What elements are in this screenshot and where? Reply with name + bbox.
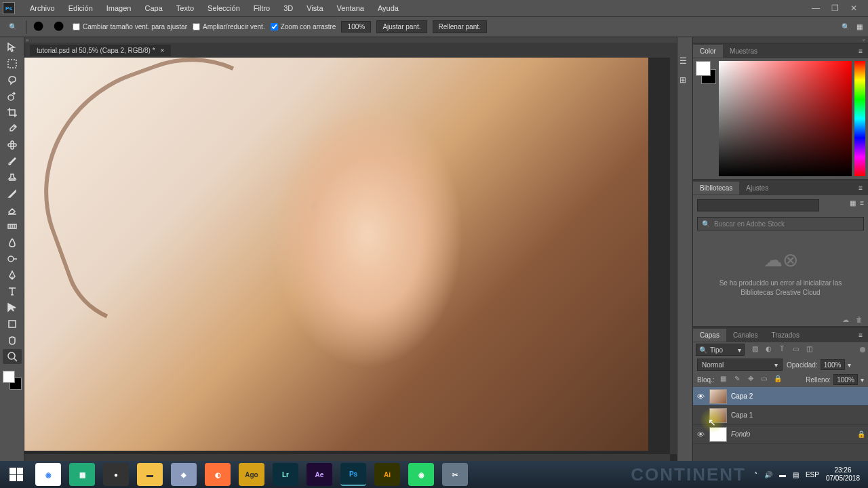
libraries-panel-menu-icon[interactable]: ≡ (853, 184, 868, 192)
filter-type-icon[interactable]: T (777, 345, 787, 354)
hue-slider[interactable] (854, 61, 865, 176)
zoom-in-icon[interactable] (32, 20, 47, 35)
vertical-scrollbar[interactable] (670, 58, 677, 454)
layer-thumbnail[interactable] (709, 389, 727, 404)
horizontal-scrollbar[interactable] (24, 454, 670, 461)
filter-pixel-icon[interactable]: ▧ (750, 345, 760, 354)
menu-3d[interactable]: 3D (277, 4, 300, 12)
network-icon[interactable]: ▬ (779, 471, 786, 479)
eraser-tool[interactable] (3, 203, 22, 218)
color-panel-menu-icon[interactable]: ≡ (853, 47, 868, 55)
taskbar-app-lr[interactable]: Lr (273, 463, 298, 486)
fill-input[interactable]: 100% (833, 374, 858, 385)
color-foreground[interactable] (696, 61, 711, 76)
taskbar-app-ago[interactable]: Ago (239, 463, 264, 486)
menu-image[interactable]: Imagen (100, 4, 138, 12)
taskbar-app-netbeans[interactable]: ◆ (171, 463, 197, 486)
volume-icon[interactable]: 🔊 (764, 471, 772, 479)
lasso-tool[interactable] (3, 73, 22, 87)
quick-select-tool[interactable] (3, 89, 22, 104)
layer-row[interactable]: 👁 Capa 2 (693, 387, 868, 406)
taskbar-app-ps[interactable]: Ps (340, 463, 366, 486)
close-tab-icon[interactable]: × (161, 47, 165, 54)
color-tab[interactable]: Color (693, 45, 723, 58)
library-dropdown[interactable] (697, 199, 819, 211)
history-panel-icon[interactable]: ☰ (679, 56, 690, 67)
layer-thumbnail[interactable] (709, 427, 727, 442)
language-indicator[interactable]: ESP (806, 471, 819, 479)
blend-mode-dropdown[interactable]: Normal▾ (697, 359, 783, 371)
filter-adjust-icon[interactable]: ◐ (764, 345, 773, 354)
opacity-input[interactable]: 100% (821, 359, 845, 370)
eyedropper-tool[interactable] (3, 121, 22, 136)
minimize-button[interactable]: — (811, 3, 821, 13)
path-tool[interactable] (3, 300, 22, 315)
lock-all-icon[interactable]: 🔒 (773, 375, 783, 384)
lock-transparency-icon[interactable]: ▦ (719, 375, 728, 384)
menu-text[interactable]: Texto (170, 4, 201, 12)
action-center-icon[interactable]: ▤ (793, 471, 799, 479)
move-tool[interactable] (3, 40, 22, 55)
visibility-toggle[interactable]: 👁 (696, 430, 705, 439)
lock-position-icon[interactable]: ✥ (746, 375, 755, 384)
color-swatches[interactable] (3, 371, 22, 390)
stamp-tool[interactable] (3, 170, 22, 185)
menu-view[interactable]: Vista (300, 4, 330, 12)
layer-row[interactable]: Capa 1 (693, 406, 868, 425)
menu-filter[interactable]: Filtro (247, 4, 277, 12)
taskbar-app-whatsapp[interactable]: ◉ (408, 463, 434, 486)
channels-tab[interactable]: Canales (726, 329, 765, 342)
layer-thumbnail[interactable] (709, 408, 727, 423)
list-view-icon[interactable]: ≡ (860, 199, 864, 207)
foreground-color[interactable] (3, 371, 15, 383)
pen-tool[interactable] (3, 268, 22, 283)
search-icon[interactable]: 🔍 (842, 23, 850, 30)
taskbar-app-firefox[interactable]: ◐ (205, 463, 231, 486)
layer-name[interactable]: Fondo (731, 430, 750, 438)
document-tab[interactable]: tutorial.psd al 50,5% (Capa 2, RGB/8) * … (30, 45, 171, 56)
menu-edit[interactable]: Edición (62, 4, 100, 12)
color-field[interactable] (719, 61, 852, 176)
dodge-tool[interactable] (3, 251, 22, 266)
lock-artboard-icon[interactable]: ▭ (760, 375, 769, 384)
taskbar-app-chrome[interactable]: ◉ (35, 463, 61, 486)
menu-window[interactable]: Ventana (330, 4, 371, 12)
workspace-icon[interactable]: ▦ (856, 23, 863, 30)
taskbar-app-folder[interactable]: ▬ (137, 463, 163, 486)
libraries-tab[interactable]: Bibliotecas (693, 182, 739, 195)
menu-layer[interactable]: Capa (138, 4, 169, 12)
visibility-toggle[interactable]: 👁 (696, 392, 705, 401)
paths-tab[interactable]: Trazados (765, 329, 806, 342)
canvas[interactable] (24, 58, 648, 451)
resize-window-checkbox[interactable]: Cambiar tamaño vent. para ajustar (73, 23, 187, 30)
zoom-drag-checkbox[interactable]: Zoom con arrastre (271, 23, 336, 30)
swatches-tab[interactable]: Muestras (723, 45, 764, 58)
menu-file[interactable]: Archivo (23, 4, 62, 12)
layer-name[interactable]: Capa 1 (731, 411, 753, 419)
adjustments-tab[interactable]: Ajustes (739, 182, 775, 195)
filter-smart-icon[interactable]: ◫ (804, 345, 814, 354)
taskbar-app-ae[interactable]: Ae (307, 463, 332, 486)
hand-tool[interactable] (3, 333, 22, 348)
delete-library-icon[interactable]: 🗑 (856, 316, 863, 323)
healing-tool[interactable] (3, 138, 22, 152)
stock-search-input[interactable]: 🔍 Buscar en Adobe Stock (697, 217, 864, 230)
taskbar-app-explorer[interactable]: ▦ (69, 463, 95, 486)
filter-toggle[interactable] (860, 347, 865, 352)
layers-tab[interactable]: Capas (693, 329, 726, 342)
start-button[interactable] (3, 462, 30, 487)
zoom-all-checkbox[interactable]: Ampliar/reducir vent. (193, 23, 265, 30)
filter-shape-icon[interactable]: ▭ (791, 345, 800, 354)
maximize-button[interactable]: ❐ (830, 3, 840, 13)
shape-tool[interactable] (3, 317, 22, 331)
taskbar-app-ai[interactable]: Ai (374, 463, 400, 486)
brush-tool[interactable] (3, 154, 22, 169)
zoom-percentage-input[interactable]: 100% (341, 21, 371, 33)
fill-screen-button[interactable]: Rellenar pant. (433, 20, 487, 33)
current-tool-icon[interactable]: 🔍 (5, 20, 20, 35)
layers-panel-menu-icon[interactable]: ≡ (853, 331, 868, 339)
layer-row[interactable]: 👁 Fondo 🔒 (693, 425, 868, 444)
menu-select[interactable]: Selección (201, 4, 247, 12)
lock-paint-icon[interactable]: ✎ (732, 375, 742, 384)
taskbar-app-obs[interactable]: ● (103, 463, 129, 486)
